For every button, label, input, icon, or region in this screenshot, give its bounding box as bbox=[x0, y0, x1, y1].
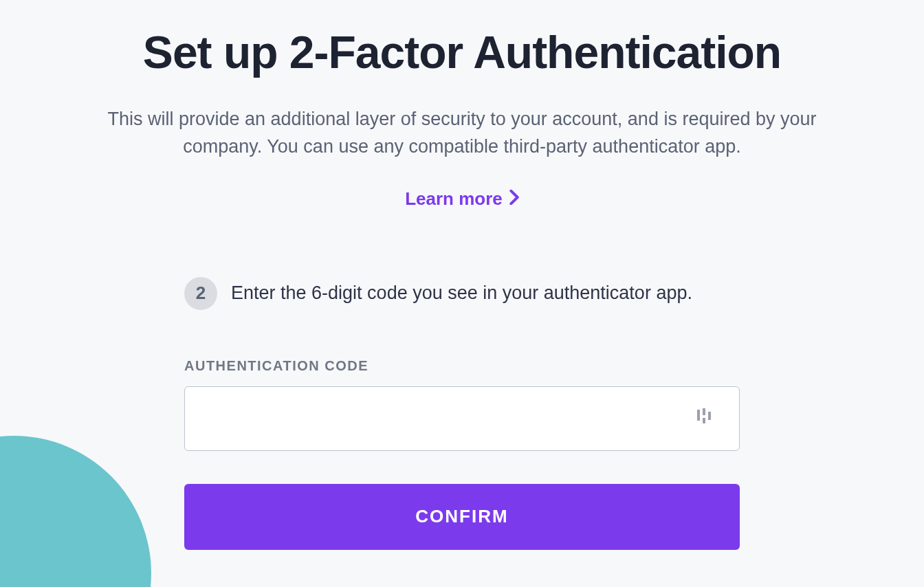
step-number-badge: 2 bbox=[184, 277, 217, 310]
chevron-right-icon bbox=[509, 190, 519, 208]
svg-rect-0 bbox=[697, 410, 700, 421]
auth-code-input[interactable] bbox=[184, 386, 740, 451]
step-instruction: Enter the 6-digit code you see in your a… bbox=[231, 283, 692, 304]
svg-rect-1 bbox=[703, 408, 705, 415]
svg-rect-3 bbox=[708, 412, 711, 420]
password-manager-icon[interactable] bbox=[697, 408, 712, 429]
confirm-button[interactable]: CONFIRM bbox=[184, 484, 740, 550]
step-header: 2 Enter the 6-digit code you see in your… bbox=[184, 277, 740, 310]
page-title: Set up 2-Factor Authentication bbox=[91, 27, 833, 78]
page-subtitle: This will provide an additional layer of… bbox=[91, 105, 833, 161]
auth-code-label: AUTHENTICATION CODE bbox=[184, 358, 740, 374]
learn-more-link[interactable]: Learn more bbox=[405, 188, 503, 210]
svg-rect-2 bbox=[703, 418, 705, 423]
